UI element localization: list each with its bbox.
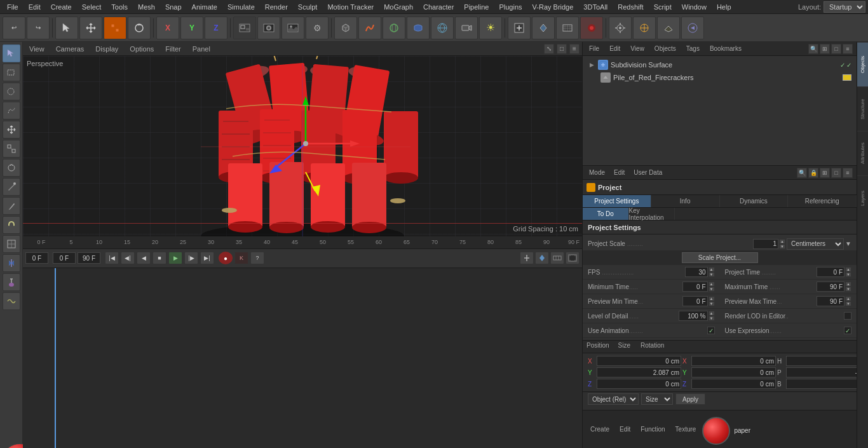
record-btn[interactable]: ●: [219, 252, 233, 264]
deformer-btn[interactable]: [407, 17, 430, 39]
use-expression-checkbox[interactable]: ✓: [844, 327, 851, 334]
x-axis-btn[interactable]: X: [156, 17, 179, 39]
vp-tab-display[interactable]: Display: [92, 44, 122, 54]
tool-circle-selection[interactable]: [3, 83, 20, 100]
tf-size-y-input[interactable]: [691, 367, 776, 377]
tool-live-selection[interactable]: [3, 44, 20, 62]
move-key-btn[interactable]: [520, 252, 534, 264]
fps-input[interactable]: [685, 267, 708, 277]
redo-btn[interactable]: ↪: [27, 17, 50, 39]
scale-project-button[interactable]: Scale Project...: [682, 252, 758, 263]
use-animation-checkbox[interactable]: ✓: [707, 327, 715, 334]
next-key-btn[interactable]: |▶: [184, 252, 198, 264]
frame-start-input[interactable]: [53, 252, 76, 264]
vtab-objects[interactable]: Objects: [857, 42, 868, 86]
goto-start-btn[interactable]: |◀: [105, 252, 119, 264]
size-mode-select[interactable]: Size: [641, 393, 673, 405]
scale-spin-up[interactable]: ▲: [779, 239, 785, 244]
mat-create-btn[interactable]: Create: [587, 425, 613, 433]
obj-file-btn[interactable]: File: [587, 44, 602, 53]
menu-window[interactable]: Window: [677, 2, 711, 12]
scale-unit-select[interactable]: Centimeters Meters: [787, 238, 844, 250]
props-userdata-btn[interactable]: User Data: [631, 168, 665, 177]
preview-min-input[interactable]: [682, 296, 708, 306]
menu-sculpt[interactable]: Sculpt: [294, 2, 322, 12]
tool-smooth[interactable]: [3, 292, 20, 310]
obj-close-btn[interactable]: ≡: [843, 44, 853, 54]
move-btn[interactable]: [79, 17, 102, 39]
menu-help[interactable]: Help: [712, 2, 736, 12]
menu-simulate[interactable]: Simulate: [223, 2, 259, 12]
tool-magnet[interactable]: [3, 216, 20, 234]
obj-search-btn[interactable]: 🔍: [808, 44, 818, 54]
scale-spin-down[interactable]: ▼: [779, 244, 785, 249]
tab-dynamics[interactable]: Dynamics: [720, 195, 789, 207]
light-btn[interactable]: ☀: [479, 17, 502, 39]
camera-btn[interactable]: [455, 17, 478, 39]
vp-tab-options[interactable]: Options: [126, 44, 158, 54]
tab-todo[interactable]: To Do: [583, 208, 629, 220]
current-frame-input[interactable]: [25, 252, 48, 264]
tab-key-interpolation[interactable]: Key Interpolation: [629, 208, 675, 220]
goto-end-btn[interactable]: ▶|: [200, 252, 214, 264]
tab-project-settings[interactable]: Project Settings: [583, 195, 651, 207]
render-settings-btn[interactable]: ⚙: [306, 17, 329, 39]
layout-select[interactable]: Startup: [824, 1, 865, 13]
frame-end-input[interactable]: [78, 252, 100, 264]
tf-size-x-input[interactable]: [691, 356, 776, 366]
mat-function-btn[interactable]: Function: [637, 425, 668, 433]
menu-motion-tracker[interactable]: Motion Tracker: [323, 2, 378, 12]
menu-tools[interactable]: Tools: [107, 2, 132, 12]
props-close-btn[interactable]: ≡: [843, 168, 853, 178]
tool-poly-pen[interactable]: [3, 178, 20, 196]
vp-max-btn[interactable]: □: [557, 44, 567, 54]
tree-color-firecrackers[interactable]: [843, 74, 851, 81]
play-btn[interactable]: ▶: [168, 252, 182, 264]
menu-render[interactable]: Render: [261, 2, 292, 12]
tf-size-z-input[interactable]: [691, 379, 776, 389]
menu-create[interactable]: Create: [46, 2, 76, 12]
menu-file[interactable]: File: [3, 2, 23, 12]
obj-tags-btn[interactable]: Tags: [684, 44, 702, 53]
tree-row-firecrackers[interactable]: Pile_of_Red_Firecrackers: [585, 71, 854, 84]
tree-check2-subdiv[interactable]: ✓: [846, 62, 851, 69]
maxtime-spin-up[interactable]: ▲: [845, 282, 851, 287]
key-all-btn[interactable]: ?: [250, 252, 264, 264]
tf-pos-z-input[interactable]: [597, 379, 681, 389]
menu-script[interactable]: Script: [649, 2, 676, 12]
obj-bookmarks-btn[interactable]: Bookmarks: [707, 44, 744, 53]
lod-spin-up[interactable]: ▲: [709, 311, 715, 316]
vtab-attributes[interactable]: Attributes: [857, 131, 868, 175]
menu-mesh[interactable]: Mesh: [133, 2, 159, 12]
select-btn[interactable]: [55, 17, 78, 39]
menu-pipeline[interactable]: Pipeline: [459, 2, 493, 12]
autokey-btn[interactable]: [580, 17, 603, 39]
ptime-spin-down[interactable]: ▼: [845, 272, 851, 277]
prev-key-btn[interactable]: ◀|: [121, 252, 135, 264]
props-edit-btn[interactable]: Edit: [611, 168, 627, 177]
y-axis-btn[interactable]: Y: [180, 17, 203, 39]
tf-rot-p-input[interactable]: [786, 367, 857, 377]
menu-snap[interactable]: Snap: [161, 2, 186, 12]
mat-texture-btn[interactable]: Texture: [672, 425, 700, 433]
render-region-btn[interactable]: [233, 17, 256, 39]
tool-knife[interactable]: [3, 197, 20, 215]
workplane-btn[interactable]: [657, 17, 680, 39]
min-time-input[interactable]: [682, 282, 708, 292]
solo-btn[interactable]: [681, 17, 704, 39]
render-lod-checkbox[interactable]: [844, 312, 851, 320]
vtab-layers[interactable]: Layers: [857, 175, 868, 220]
tree-check-subdiv[interactable]: ✓: [840, 62, 845, 69]
tool-freehand-selection[interactable]: [3, 102, 20, 119]
previewmin-spin-up[interactable]: ▲: [709, 296, 715, 301]
play-reverse-btn[interactable]: ◀: [137, 252, 151, 264]
vp-tab-panel[interactable]: Panel: [189, 44, 214, 54]
timeline-btn[interactable]: [556, 17, 579, 39]
film-btn[interactable]: [566, 252, 580, 264]
z-axis-btn[interactable]: Z: [205, 17, 227, 39]
tool-rect-selection[interactable]: [3, 64, 20, 81]
props-expand-btn[interactable]: □: [831, 168, 841, 178]
apply-button[interactable]: Apply: [675, 393, 705, 405]
menu-redshift[interactable]: Redshift: [613, 2, 648, 12]
project-scale-input[interactable]: [753, 239, 778, 249]
